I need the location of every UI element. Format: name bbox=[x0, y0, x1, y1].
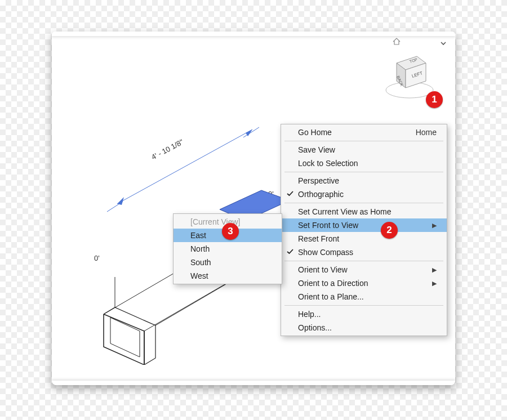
menu-label: Orient to a Plane... bbox=[298, 292, 364, 301]
callout-1: 1 bbox=[426, 91, 443, 108]
submenu-arrow-icon: ▶ bbox=[432, 280, 437, 287]
menu-label: Lock to Selection bbox=[298, 159, 358, 168]
menu-separator bbox=[284, 203, 443, 203]
submenu-label: West bbox=[190, 271, 208, 280]
menu-set-current-home[interactable]: Set Current View as Home bbox=[281, 205, 447, 218]
callout-3: 3 bbox=[222, 223, 239, 240]
submenu-label: North bbox=[190, 244, 210, 253]
menu-set-front-to-view[interactable]: Set Front to View ▶ bbox=[281, 218, 447, 232]
check-icon bbox=[286, 189, 295, 198]
menu-lock-selection[interactable]: Lock to Selection bbox=[281, 157, 447, 170]
menu-label: Options... bbox=[298, 323, 332, 332]
submenu-south[interactable]: South bbox=[174, 256, 282, 269]
svg-line-4 bbox=[243, 127, 259, 137]
menu-separator bbox=[284, 141, 443, 141]
menu-label: Reset Front bbox=[298, 234, 339, 243]
menu-separator bbox=[284, 305, 443, 306]
menu-shortcut: Home bbox=[416, 128, 437, 137]
submenu-label: South bbox=[190, 258, 211, 267]
submenu-arrow-icon: ▶ bbox=[432, 266, 437, 274]
menu-reset-front[interactable]: Reset Front bbox=[281, 232, 447, 245]
submenu-west[interactable]: West bbox=[174, 269, 282, 283]
check-icon bbox=[286, 247, 295, 256]
submenu-arrow-icon: ▶ bbox=[432, 222, 437, 229]
callout-2: 2 bbox=[381, 222, 398, 239]
menu-label: Help... bbox=[298, 310, 321, 319]
menu-orient-plane[interactable]: Orient to a Plane... bbox=[281, 290, 447, 303]
menu-help[interactable]: Help... bbox=[281, 307, 447, 321]
viewcube-context-menu: Go Home Home Save View Lock to Selection… bbox=[281, 124, 447, 336]
menu-options[interactable]: Options... bbox=[281, 321, 447, 334]
menu-separator bbox=[284, 261, 443, 261]
viewport-window: 4' - 10 1/8" 0' 0' bbox=[52, 32, 455, 385]
submenu-north[interactable]: North bbox=[174, 242, 282, 256]
menu-label: Set Current View as Home bbox=[298, 207, 391, 216]
viewcube-cube[interactable]: TOP BACK LEFT bbox=[384, 51, 435, 99]
home-icon[interactable] bbox=[392, 37, 401, 46]
submenu-label: East bbox=[190, 231, 206, 240]
menu-orient-direction[interactable]: Orient to a Direction ▶ bbox=[281, 276, 447, 290]
menu-separator bbox=[284, 172, 443, 172]
menu-orthographic[interactable]: Orthographic bbox=[281, 187, 447, 201]
menu-orient-view[interactable]: Orient to View ▶ bbox=[281, 263, 447, 276]
svg-line-3 bbox=[107, 202, 123, 212]
menu-label: Go Home bbox=[298, 128, 332, 137]
menu-label: Set Front to View bbox=[298, 221, 358, 230]
menu-label: Orient to View bbox=[298, 265, 348, 274]
menu-perspective[interactable]: Perspective bbox=[281, 174, 447, 187]
viewcube-menu-chevron-icon[interactable] bbox=[438, 38, 448, 48]
menu-label: Orthographic bbox=[298, 190, 344, 199]
menu-label: Save View bbox=[298, 145, 335, 154]
menu-save-view[interactable]: Save View bbox=[281, 143, 447, 157]
menu-show-compass[interactable]: Show Compass bbox=[281, 245, 447, 259]
menu-label: Show Compass bbox=[298, 248, 353, 257]
menu-go-home[interactable]: Go Home Home bbox=[281, 126, 447, 139]
svg-marker-1 bbox=[117, 197, 124, 205]
canvas: 4' - 10 1/8" 0' 0' bbox=[52, 32, 455, 385]
menu-label: Orient to a Direction bbox=[298, 279, 368, 288]
menu-label: Perspective bbox=[298, 176, 339, 185]
